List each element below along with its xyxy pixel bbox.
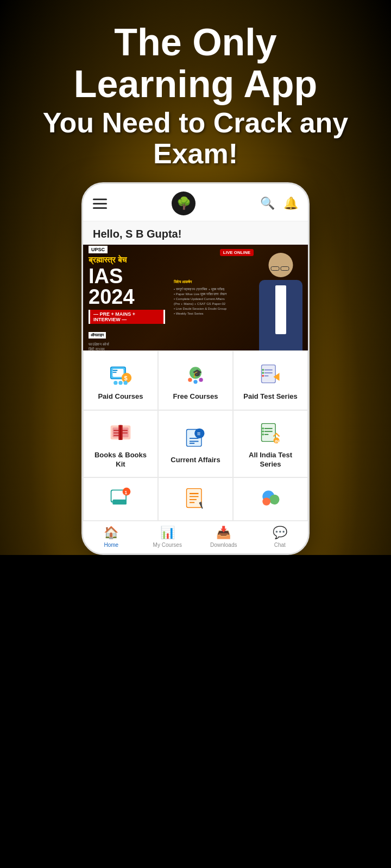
downloads-icon: 📥: [216, 526, 231, 540]
logo-emoji: 🌳: [176, 196, 191, 210]
svg-point-39: [262, 427, 264, 430]
bottom-black-area: [0, 555, 391, 868]
svg-point-20: [262, 375, 264, 377]
nav-chat[interactable]: 💬 Chat: [252, 526, 308, 548]
all-india-test-label: All India Test Series: [239, 451, 302, 469]
person-body: [259, 280, 302, 350]
menu-grid-row1: $ Paid Courses 🎓: [83, 350, 308, 410]
bell-icon[interactable]: 🔔: [283, 196, 298, 210]
svg-point-40: [262, 431, 264, 433]
svg-point-19: [262, 372, 264, 374]
current-affairs-icon: ≡: [181, 425, 210, 451]
svg-rect-46: [112, 500, 127, 505]
paid-courses-icon: $: [106, 362, 135, 388]
banner-bullets: विशेष आकर्षण • सम्पूर्ण पाठ्यक्रम (प्रार…: [171, 276, 254, 320]
course-banner[interactable]: UPSC ब्रह्मास्त्र बेच IAS 2024 — PRE + M…: [83, 245, 308, 350]
headline-line3: You Need to Crack any Exam!: [0, 107, 391, 169]
svg-rect-4: [112, 370, 117, 371]
nav-downloads[interactable]: 📥 Downloads: [195, 526, 252, 548]
shirt-tie: [275, 285, 286, 334]
svg-text:$: $: [124, 375, 127, 381]
books-label: Books & Books Kit: [89, 451, 152, 469]
partial1-icon: 1: [106, 486, 135, 512]
svg-rect-14: [262, 365, 276, 383]
online-tag: ऑनलाइन: [89, 332, 106, 339]
svg-point-58: [262, 497, 270, 506]
svg-text:1: 1: [124, 490, 127, 495]
special-batch: विशेष आकर्षण: [174, 279, 250, 285]
chat-label: Chat: [274, 542, 286, 548]
menu-item-paid-test[interactable]: Paid Test Series: [233, 350, 308, 410]
svg-point-18: [262, 369, 264, 371]
svg-point-6: [113, 381, 117, 385]
downloads-label: Downloads: [210, 542, 237, 548]
menu-item-partial1[interactable]: 1: [83, 477, 158, 521]
person-head: [269, 253, 293, 277]
brahmastra-text: ब्रह्मास्त्र बेच: [89, 256, 165, 265]
menu-item-books[interactable]: Books & Books Kit: [83, 410, 158, 477]
free-courses-icon: 🎓: [181, 362, 210, 388]
svg-point-13: [199, 378, 203, 381]
svg-point-11: [188, 378, 192, 381]
current-affairs-label: Current Affairs: [171, 456, 220, 465]
partial2-icon: [181, 486, 210, 512]
chat-icon: 💬: [273, 526, 287, 540]
all-india-test-icon: IN: [256, 420, 285, 446]
svg-rect-35: [262, 424, 276, 442]
app-logo: 🌳: [172, 192, 195, 215]
hamburger-menu[interactable]: [93, 199, 107, 209]
menu-grid-row3-partial: 1: [83, 477, 308, 521]
svg-point-8: [124, 381, 128, 385]
home-label: Home: [104, 542, 118, 548]
banner-inner: UPSC ब्रह्मास्त्र बेच IAS 2024 — PRE + M…: [83, 245, 308, 350]
upsc-label: UPSC: [89, 246, 108, 253]
person-figure: [254, 247, 308, 350]
svg-point-12: [193, 380, 197, 384]
menu-item-all-india-test[interactable]: IN All India Test Series: [233, 410, 308, 477]
nav-my-courses[interactable]: 📊 My Courses: [140, 526, 196, 548]
svg-text:IN: IN: [275, 439, 279, 444]
greeting-text: Hello, S B Gupta!: [83, 221, 308, 245]
live-badge: LIVE ONLINE: [220, 249, 254, 256]
banner-details: फाउंडेशन कोर्स हिंदी माध्यम: [89, 342, 165, 351]
bottom-navigation: 🏠 Home 📊 My Courses 📥 Downloads 💬 Chat: [83, 521, 308, 553]
menu-grid-row2: Books & Books Kit ≡ Current Affairs: [83, 410, 308, 477]
svg-text:🎓: 🎓: [192, 368, 203, 378]
svg-text:≡: ≡: [197, 430, 200, 437]
glasses: [270, 266, 291, 271]
partial3-icon: [256, 486, 285, 512]
phone-mockup: 🌳 🔍 🔔 Hello, S B Gupta! UPSC ब्रह्मास्त्…: [81, 182, 310, 555]
home-icon: 🏠: [104, 526, 118, 540]
search-icon[interactable]: 🔍: [260, 196, 275, 210]
menu-item-current-affairs[interactable]: ≡ Current Affairs: [158, 410, 233, 477]
headline-line2: Learning App: [0, 63, 391, 105]
app-header: 🌳 🔍 🔔: [83, 184, 308, 221]
person-area: [254, 245, 308, 350]
svg-rect-5: [112, 372, 116, 373]
menu-item-paid-courses[interactable]: $ Paid Courses: [83, 350, 158, 410]
ias-year: IAS 2024: [89, 266, 165, 307]
svg-rect-49: [187, 489, 202, 508]
menu-item-partial3[interactable]: [233, 477, 308, 521]
menu-item-partial2[interactable]: [158, 477, 233, 521]
svg-point-7: [118, 381, 122, 385]
header-icons: 🔍 🔔: [260, 196, 298, 210]
header-text: The Only Learning App You Need to Crack …: [0, 0, 391, 169]
paid-test-label: Paid Test Series: [243, 392, 297, 401]
banner-left: UPSC ब्रह्मास्त्र बेच IAS 2024 — PRE + M…: [83, 245, 171, 350]
content-wrapper: The Only Learning App You Need to Crack …: [0, 0, 391, 868]
free-courses-label: Free Courses: [173, 392, 218, 401]
books-icon: [106, 420, 135, 446]
my-courses-label: My Courses: [153, 542, 182, 548]
paid-test-icon: [256, 362, 285, 388]
paid-courses-label: Paid Courses: [98, 392, 143, 401]
menu-item-free-courses[interactable]: 🎓 Free Courses: [158, 350, 233, 410]
pre-mains-bar: — PRE + MAINS + INTERVIEW —: [89, 310, 165, 324]
my-courses-icon: 📊: [160, 526, 175, 540]
headline-line1: The Only: [0, 22, 391, 63]
nav-home[interactable]: 🏠 Home: [83, 526, 140, 548]
svg-point-57: [269, 495, 279, 505]
svg-point-41: [262, 433, 264, 436]
